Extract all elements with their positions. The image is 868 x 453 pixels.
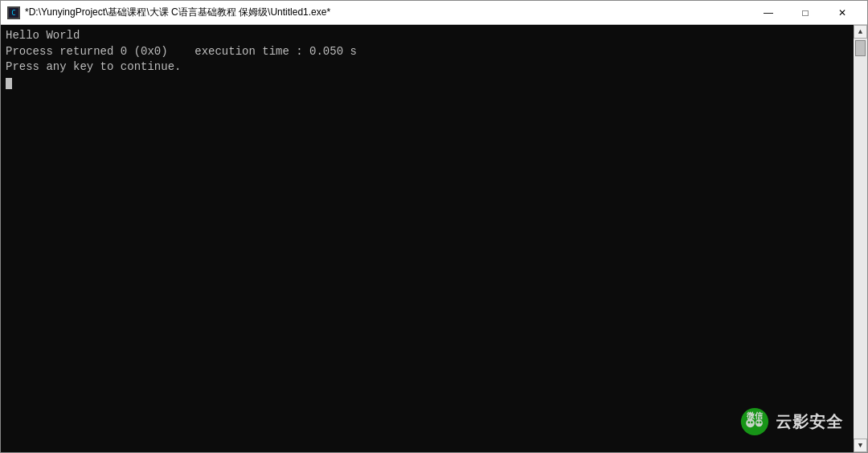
output-line1: Hello World <box>6 29 80 42</box>
scroll-up-arrow: ▲ <box>858 28 862 36</box>
console-area[interactable]: Hello World Process returned 0 (0x0) exe… <box>1 25 867 452</box>
svg-point-8 <box>756 422 759 424</box>
svg-text:C: C <box>11 9 15 17</box>
titlebar: C *D:\YunyingProject\基础课程\大课 C语言基础教程 保姆级… <box>1 1 867 25</box>
svg-point-7 <box>751 422 753 424</box>
svg-point-6 <box>747 422 750 424</box>
scrollbar[interactable]: ▲ ▼ <box>854 25 867 452</box>
watermark-icon: 微信 <box>740 407 769 436</box>
scrollbar-thumb[interactable] <box>855 40 866 56</box>
output-line3: Press any key to continue. <box>6 60 181 73</box>
scroll-down-arrow: ▼ <box>858 442 862 450</box>
watermark: 微信 云影安全 <box>740 407 843 436</box>
svg-text:微信: 微信 <box>746 411 764 420</box>
svg-point-4 <box>746 418 755 427</box>
scrollbar-track[interactable] <box>854 39 867 439</box>
console-output: Hello World Process returned 0 (0x0) exe… <box>1 25 867 94</box>
scroll-down-button[interactable]: ▼ <box>854 439 867 452</box>
scroll-up-button[interactable]: ▲ <box>854 25 867 39</box>
output-line2: Process returned 0 (0x0) execution time … <box>6 45 357 58</box>
titlebar-left: C *D:\YunyingProject\基础课程\大课 C语言基础教程 保姆级… <box>7 6 330 19</box>
watermark-text: 云影安全 <box>776 411 843 433</box>
maximize-button[interactable]: □ <box>787 1 824 25</box>
cursor <box>6 78 12 89</box>
window-controls: — □ ✕ <box>750 1 861 25</box>
svg-point-9 <box>760 422 762 424</box>
svg-point-5 <box>755 419 763 426</box>
console-window: C *D:\YunyingProject\基础课程\大课 C语言基础教程 保姆级… <box>0 0 868 453</box>
app-icon: C <box>7 6 20 19</box>
window-title: *D:\YunyingProject\基础课程\大课 C语言基础教程 保姆级\U… <box>25 6 330 19</box>
minimize-button[interactable]: — <box>750 1 787 25</box>
close-button[interactable]: ✕ <box>824 1 861 25</box>
